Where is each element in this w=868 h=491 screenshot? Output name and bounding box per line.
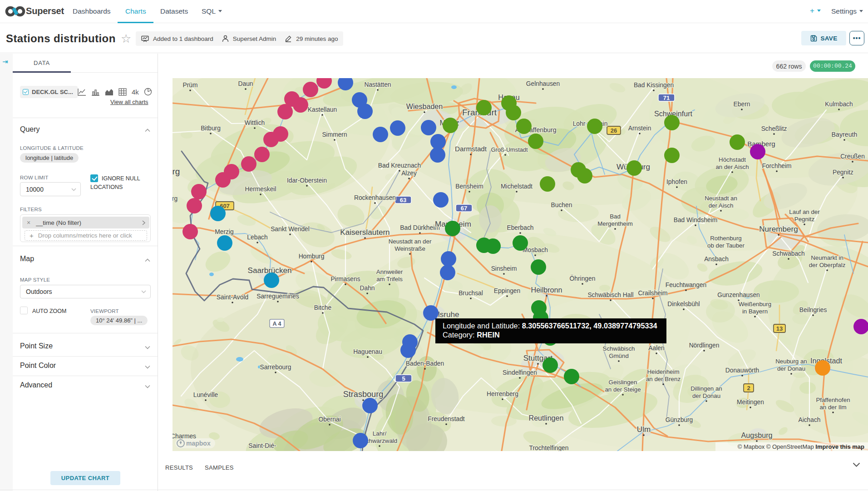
- svg-text:A 4: A 4: [273, 321, 281, 327]
- svg-text:Simmern: Simmern: [322, 131, 347, 138]
- svg-text:Nastätten: Nastätten: [364, 81, 391, 88]
- svg-text:71: 71: [663, 94, 670, 101]
- svg-text:Obernai: Obernai: [318, 416, 340, 423]
- svg-text:Groß-Umstadt: Groß-Umstadt: [491, 146, 528, 153]
- svg-text:Gunzenhausen: Gunzenhausen: [717, 292, 760, 298]
- svg-text:der Aisch: der Aisch: [709, 202, 734, 209]
- svg-text:Saint-Dié-: Saint-Dié-: [248, 442, 276, 449]
- svg-text:Annweiler: Annweiler: [376, 268, 403, 275]
- svg-text:Baden-Baden: Baden-Baden: [406, 360, 444, 367]
- svg-text:13: 13: [776, 325, 783, 332]
- svg-text:Neustadt an: Neustadt an: [705, 195, 737, 202]
- svg-text:Sarrebourg: Sarrebourg: [260, 364, 291, 371]
- svg-text:Kaiserslautern: Kaiserslautern: [340, 228, 390, 237]
- svg-text:Merzig: Merzig: [215, 228, 233, 235]
- svg-text:Ansbach: Ansbach: [704, 256, 729, 263]
- svg-text:Beilngries: Beilngries: [799, 307, 827, 313]
- svg-text:Schwäbisch Hall: Schwäbisch Hall: [587, 292, 633, 298]
- svg-text:Bad Kissingen: Bad Kissingen: [634, 82, 674, 89]
- svg-text:Alzey: Alzey: [401, 170, 417, 177]
- svg-text:Geislingen: Geislingen: [609, 379, 637, 386]
- svg-text:an der Aisch: an der Aisch: [715, 164, 749, 170]
- svg-text:Dahn: Dahn: [360, 285, 375, 292]
- svg-text:Höchstadt: Höchstadt: [719, 156, 746, 163]
- svg-text:Michelstadt: Michelstadt: [501, 183, 533, 190]
- svg-text:Meitingen: Meitingen: [737, 399, 764, 406]
- svg-text:Aalen: Aalen: [648, 345, 664, 352]
- svg-text:26: 26: [611, 127, 617, 134]
- svg-text:Lebach: Lebach: [247, 234, 267, 241]
- svg-text:Strasbourg: Strasbourg: [343, 390, 384, 399]
- svg-text:Freudenstadt: Freudenstadt: [428, 416, 464, 422]
- svg-text:Gmünd: Gmünd: [609, 352, 629, 359]
- svg-text:Bitche: Bitche: [314, 304, 332, 311]
- svg-text:Idar-Oberstein: Idar-Oberstein: [287, 177, 327, 184]
- svg-text:2: 2: [747, 385, 750, 392]
- svg-text:rg: rg: [173, 195, 178, 202]
- svg-text:Trochtelfingen: Trochtelfingen: [529, 445, 569, 451]
- svg-text:Schwäbisch: Schwäbisch: [603, 345, 635, 352]
- svg-text:Forchheim: Forchheim: [762, 163, 791, 169]
- svg-text:Herrenberg: Herrenberg: [487, 391, 518, 397]
- svg-text:Bad Windsheim: Bad Windsheim: [674, 217, 718, 223]
- svg-text:in Bayern: in Bayern: [742, 308, 768, 315]
- svg-text:Rockenhausen: Rockenhausen: [354, 194, 396, 201]
- svg-text:Sindelfingen: Sindelfingen: [503, 369, 537, 376]
- svg-text:Pfaffenhofen: Pfaffenhofen: [816, 397, 850, 403]
- svg-text:© Mapbox © OpenStreetMap Impro: © Mapbox © OpenStreetMap Improve this ma…: [738, 443, 864, 450]
- svg-text:Ulm: Ulm: [637, 425, 651, 434]
- svg-text:Aichach: Aichach: [798, 417, 820, 423]
- svg-text:Haguenau: Haguenau: [353, 348, 382, 355]
- svg-text:Feuchtwangen: Feuchtwangen: [666, 282, 707, 288]
- svg-text:der Donau: der Donau: [692, 392, 720, 399]
- svg-text:rg: rg: [173, 167, 180, 176]
- svg-text:Heidenheim: Heidenheim: [647, 368, 680, 375]
- svg-text:Darmstadt: Darmstadt: [455, 145, 487, 153]
- svg-text:Wiesbaden: Wiesbaden: [406, 102, 443, 110]
- svg-text:Iphofen: Iphofen: [666, 179, 687, 185]
- svg-text:Schwabach: Schwabach: [772, 250, 804, 257]
- svg-text:Scheßlitz: Scheßlitz: [761, 125, 787, 132]
- svg-text:Wittlich: Wittlich: [245, 119, 265, 126]
- svg-text:Lahr/: Lahr/: [373, 430, 387, 437]
- svg-text:Hermeskeil: Hermeskeil: [245, 186, 276, 193]
- svg-text:Weinstraße: Weinstraße: [395, 245, 425, 252]
- svg-text:Sankt Wendel: Sankt Wendel: [271, 226, 310, 233]
- svg-text:Bruchsal: Bruchsal: [459, 290, 483, 297]
- svg-text:am Trifels: am Trifels: [376, 276, 403, 283]
- svg-text:Rothenburg: Rothenburg: [710, 235, 742, 242]
- svg-text:Dillingen an: Dillingen an: [690, 385, 722, 392]
- svg-text:der Oberpfalz: der Oberpfalz: [809, 262, 846, 268]
- svg-text:Weißenburg: Weißenburg: [739, 301, 771, 307]
- svg-text:Sarreguemines: Sarreguemines: [256, 293, 299, 300]
- svg-text:Heilbronn: Heilbronn: [531, 286, 562, 294]
- svg-text:Kulmbach: Kulmbach: [825, 101, 853, 108]
- svg-text:5: 5: [402, 375, 405, 382]
- svg-text:Neustadt an der: Neustadt an der: [389, 238, 432, 245]
- svg-text:Donauwörth: Donauwörth: [725, 367, 759, 374]
- svg-text:Neumarkt in: Neumarkt in: [811, 254, 843, 261]
- svg-text:Mergentheim: Mergentheim: [597, 220, 633, 227]
- svg-text:Nördlingen: Nördlingen: [689, 342, 720, 349]
- svg-text:Lauf an der: Lauf an der: [789, 208, 820, 215]
- svg-text:Ebern: Ebern: [734, 101, 750, 108]
- svg-text:der Donau: der Donau: [777, 365, 805, 372]
- svg-text:an der Brenz: an der Brenz: [646, 376, 681, 382]
- svg-text:Neuburg an: Neuburg an: [775, 358, 807, 365]
- svg-text:Pegnitz: Pegnitz: [794, 216, 814, 223]
- svg-text:Crailsheim: Crailsheim: [638, 290, 667, 297]
- svg-text:Homburg: Homburg: [299, 253, 325, 260]
- svg-text:Augsburg: Augsburg: [741, 431, 773, 439]
- svg-text:an der Steige: an der Steige: [605, 386, 641, 393]
- svg-text:Eppingen: Eppingen: [494, 288, 520, 294]
- svg-text:mapbox: mapbox: [186, 440, 211, 447]
- svg-text:67: 67: [461, 205, 467, 212]
- svg-text:Saint-Avold: Saint-Avold: [217, 294, 248, 301]
- svg-text:Dinkelsbühl: Dinkelsbühl: [667, 301, 700, 307]
- svg-text:Günzburg: Günzburg: [666, 417, 693, 423]
- svg-text:Bayreuth: Bayreuth: [832, 131, 858, 138]
- svg-text:Bensheim: Bensheim: [455, 183, 483, 190]
- svg-text:Pegnitz: Pegnitz: [833, 169, 853, 176]
- svg-text:ob der Tauber: ob der Tauber: [707, 242, 745, 249]
- svg-text:Longitude and Latitude: 8.3055: Longitude and Latitude: 8.30556376651173…: [443, 322, 657, 330]
